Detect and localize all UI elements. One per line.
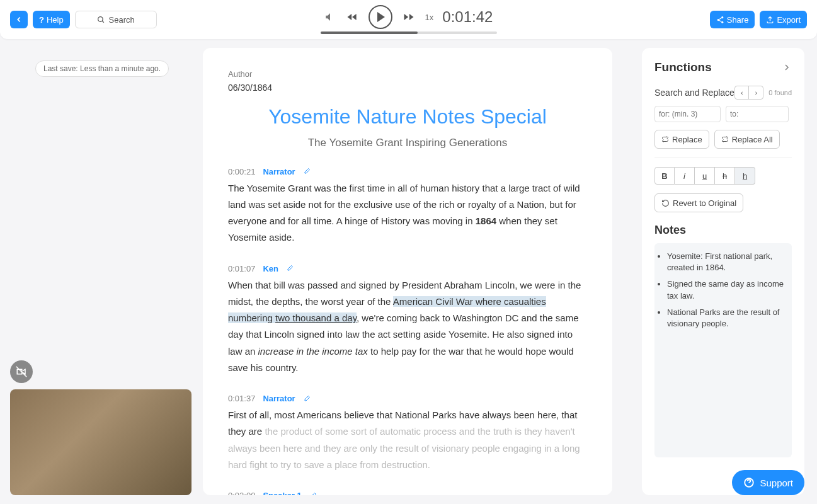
help-button[interactable]: ? Help: [33, 11, 70, 28]
save-status: Last save: Less than a minute ago.: [35, 60, 169, 77]
speed-label[interactable]: 1x: [425, 13, 434, 22]
progress-bar[interactable]: [321, 32, 497, 34]
segment: 0:01:07 Ken When that bill was passed an…: [228, 264, 587, 377]
right-controls: Share Export: [710, 11, 807, 28]
chevron-right-icon[interactable]: [782, 62, 792, 72]
rewind-icon[interactable]: [345, 11, 360, 23]
video-thumbnail[interactable]: [10, 389, 191, 495]
sr-for-input[interactable]: [654, 106, 721, 122]
segment-text[interactable]: When that bill was passed and signed by …: [228, 277, 587, 377]
topbar: ? Help Search 1x 0:01:42 Share Export: [0, 0, 817, 39]
replace-all-button[interactable]: Replace All: [714, 130, 780, 149]
segment-text[interactable]: The Yosemite Grant was the first time in…: [228, 180, 587, 246]
help-label: Help: [47, 15, 64, 25]
timestamp[interactable]: 0:00:21: [228, 167, 255, 176]
back-button[interactable]: [10, 11, 28, 28]
segment-text[interactable]: First of all, most Americans believe tha…: [228, 407, 587, 473]
export-icon: [766, 16, 774, 24]
revert-icon: [661, 199, 670, 207]
export-label: Export: [777, 15, 801, 25]
edit-icon[interactable]: [303, 395, 311, 403]
sr-prev[interactable]: ‹: [735, 86, 749, 99]
panel-title: Functions: [654, 60, 792, 74]
share-button[interactable]: Share: [710, 11, 755, 28]
format-toolbar: B i u h h: [654, 167, 792, 185]
timestamp[interactable]: 0:01:07: [228, 264, 255, 273]
divider: [654, 158, 792, 158]
support-icon: [743, 477, 755, 488]
timestamp[interactable]: 0:01:37: [228, 394, 255, 403]
doc-title[interactable]: Yosemite Nature Notes Special: [228, 104, 587, 130]
italic-button[interactable]: i: [675, 167, 695, 185]
segment: 0:01:37 Narrator First of all, most Amer…: [228, 394, 587, 473]
volume-icon[interactable]: [324, 11, 336, 23]
replace-all-icon: [721, 135, 729, 143]
note-item: National Parks are the result of visiona…: [667, 307, 784, 329]
edit-icon[interactable]: [303, 168, 311, 175]
highlight-button[interactable]: h: [735, 167, 755, 185]
progress-fill: [321, 32, 418, 34]
time-display: 0:01:42: [442, 8, 493, 26]
share-label: Share: [727, 15, 749, 25]
speaker-name[interactable]: Speaker 1: [263, 491, 301, 495]
camera-off-icon: [16, 366, 27, 377]
bold-button[interactable]: B: [654, 167, 675, 185]
speaker-name[interactable]: Narrator: [263, 167, 295, 176]
sr-next[interactable]: ›: [749, 86, 763, 99]
timestamp[interactable]: 0:02:00: [228, 491, 255, 495]
note-item: Yosemite: First national park, created i…: [667, 251, 784, 273]
revert-button[interactable]: Revert to Original: [654, 193, 743, 212]
sr-to-input[interactable]: [726, 106, 789, 122]
replace-icon: [661, 135, 669, 143]
doc-date: 06/30/1864: [228, 83, 587, 93]
play-button[interactable]: [369, 5, 392, 29]
svg-point-0: [98, 16, 103, 21]
speaker-name[interactable]: Ken: [263, 264, 278, 273]
edit-icon[interactable]: [286, 265, 294, 272]
note-item: Signed the same day as income tax law.: [667, 278, 784, 301]
functions-panel: Functions Search and Replace ‹ › 0 found…: [642, 48, 804, 495]
doc-subtitle[interactable]: The Yosemite Grant Inspiring Generations: [228, 137, 587, 149]
left-controls: ? Help Search: [10, 11, 157, 28]
search-icon: [97, 16, 105, 24]
notes-heading: Notes: [654, 224, 792, 237]
search-replace-label: Search and Replace: [654, 88, 734, 98]
support-label: Support: [760, 478, 793, 488]
transcript-editor[interactable]: Author 06/30/1864 Yosemite Nature Notes …: [203, 48, 612, 495]
notes-box[interactable]: Yosemite: First national park, created i…: [654, 243, 792, 457]
svg-point-3: [721, 21, 723, 23]
svg-point-2: [717, 18, 719, 20]
share-icon: [716, 16, 724, 24]
strike-button[interactable]: h: [715, 167, 735, 185]
segment: 0:00:21 Narrator The Yosemite Grant was …: [228, 167, 587, 246]
search-label: Search: [109, 15, 135, 25]
search-button[interactable]: Search: [75, 11, 157, 28]
speaker-name[interactable]: Narrator: [263, 394, 295, 403]
player: 1x 0:01:42: [321, 5, 497, 34]
replace-button[interactable]: Replace: [654, 130, 709, 149]
edit-icon[interactable]: [309, 492, 317, 495]
question-icon: ?: [39, 15, 44, 25]
arrow-left-icon: [14, 15, 23, 24]
support-button[interactable]: Support: [732, 470, 804, 495]
forward-icon[interactable]: [401, 11, 416, 23]
segment: 0:02:00 Speaker 1: [228, 491, 587, 495]
camera-toggle[interactable]: [10, 360, 33, 383]
svg-point-1: [721, 16, 723, 18]
author-label: Author: [228, 69, 587, 79]
sr-nav: ‹ ›: [734, 86, 763, 100]
underline-button[interactable]: u: [695, 167, 715, 185]
export-button[interactable]: Export: [760, 11, 807, 28]
sr-count: 0 found: [768, 89, 792, 96]
play-icon: [377, 12, 385, 22]
